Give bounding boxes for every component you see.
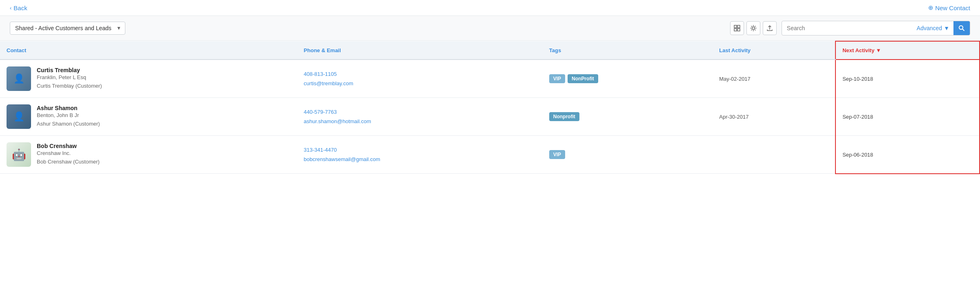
contact-name: Bob Crenshaw: [37, 143, 100, 149]
search-wrapper: Advanced ▼: [782, 21, 970, 35]
contact-cell: 👤 Curtis Tremblay Franklin, Peter L EsqC…: [0, 60, 297, 98]
back-label: Back: [13, 4, 27, 11]
column-next-activity[interactable]: Next Activity ▼: [835, 41, 980, 60]
svg-point-4: [752, 27, 755, 29]
settings-icon: [750, 25, 757, 31]
table-header: Contact Phone & Email Tags Last Activity…: [0, 41, 980, 60]
search-icon: [958, 25, 965, 31]
toolbar: Shared - Active Customers and Leads ▼: [0, 16, 980, 41]
contact-sub: Benton, John B JrAshur Shamon (Customer): [37, 111, 100, 128]
tags-container: Nonprofit: [549, 112, 706, 121]
search-input[interactable]: [782, 22, 913, 34]
table-row: 🤖 Bob Crenshaw Crenshaw Inc.Bob Crenshaw…: [0, 136, 980, 174]
last-activity-cell: [713, 136, 835, 174]
upload-button[interactable]: [763, 21, 777, 35]
new-contact-button[interactable]: ⊕ New Contact: [928, 4, 970, 11]
phone-link[interactable]: 440-579-7763: [304, 107, 536, 117]
next-activity-value: Sep-06-2018: [842, 152, 873, 158]
advanced-arrow-icon: ▼: [944, 25, 949, 31]
email-link[interactable]: bobcrenshawsemail@gmail.com: [304, 155, 536, 164]
contact-info: Bob Crenshaw Crenshaw Inc.Bob Crenshaw (…: [37, 143, 100, 166]
settings-button[interactable]: [746, 21, 760, 35]
svg-rect-3: [737, 29, 740, 31]
contacts-table: Contact Phone & Email Tags Last Activity…: [0, 41, 980, 174]
next-activity-value: Sep-10-2018: [842, 76, 873, 82]
next-activity-cell: Sep-06-2018: [835, 136, 980, 174]
contacts-table-container: Contact Phone & Email Tags Last Activity…: [0, 41, 980, 174]
view-select-wrapper: Shared - Active Customers and Leads ▼: [10, 22, 125, 35]
phone-email-info: 408-813-1105 curtis@tremblay.com: [304, 69, 536, 88]
tags-cell: Nonprofit: [543, 98, 713, 136]
contact-sub: Crenshaw Inc.Bob Crenshaw (Customer): [37, 149, 100, 166]
last-activity-value: May-02-2017: [719, 76, 751, 82]
advanced-search-button[interactable]: Advanced ▼: [913, 22, 953, 34]
svg-rect-1: [737, 25, 740, 28]
back-button[interactable]: ‹ Back: [10, 4, 27, 11]
svg-line-6: [962, 29, 964, 31]
tag-badge: Nonprofit: [549, 112, 579, 121]
table-row: 👤 Curtis Tremblay Franklin, Peter L EsqC…: [0, 60, 980, 98]
tags-cell: VIP: [543, 136, 713, 174]
toolbar-icons: [730, 21, 777, 35]
table-body: 👤 Curtis Tremblay Franklin, Peter L EsqC…: [0, 60, 980, 174]
phone-email-cell: 408-813-1105 curtis@tremblay.com: [297, 60, 543, 98]
tags-container: VIP: [549, 150, 706, 159]
upload-icon: [766, 25, 773, 31]
column-contact[interactable]: Contact: [0, 41, 297, 60]
phone-email-cell: 440-579-7763 ashur.shamon@hotmail.com: [297, 98, 543, 136]
email-link[interactable]: curtis@tremblay.com: [304, 79, 536, 88]
svg-rect-2: [734, 29, 737, 31]
new-contact-label: New Contact: [935, 4, 970, 11]
contact-cell: 👤 Ashur Shamon Benton, John B JrAshur Sh…: [0, 98, 297, 136]
last-activity-cell: May-02-2017: [713, 60, 835, 98]
phone-link[interactable]: 313-341-4470: [304, 145, 536, 155]
tag-badge: VIP: [549, 150, 565, 159]
contact-sub: Franklin, Peter L EsqCurtis Tremblay (Cu…: [37, 73, 102, 91]
top-nav: ‹ Back ⊕ New Contact: [0, 0, 980, 16]
back-chevron-icon: ‹: [10, 5, 11, 11]
next-activity-value: Sep-07-2018: [842, 114, 873, 120]
last-activity-value: Apr-30-2017: [719, 114, 748, 120]
column-phone-email[interactable]: Phone & Email: [297, 41, 543, 60]
advanced-label: Advanced: [917, 25, 942, 31]
card-view-icon: [734, 25, 740, 31]
tag-badge: VIP: [549, 74, 565, 83]
column-last-activity[interactable]: Last Activity: [713, 41, 835, 60]
contact-name: Curtis Tremblay: [37, 67, 102, 73]
contact-info: Curtis Tremblay Franklin, Peter L EsqCur…: [37, 67, 102, 91]
next-activity-cell: Sep-07-2018: [835, 98, 980, 136]
phone-link[interactable]: 408-813-1105: [304, 69, 536, 79]
search-button[interactable]: [953, 21, 970, 35]
table-row: 👤 Ashur Shamon Benton, John B JrAshur Sh…: [0, 98, 980, 136]
contact-info: Ashur Shamon Benton, John B JrAshur Sham…: [37, 105, 100, 128]
email-link[interactable]: ashur.shamon@hotmail.com: [304, 117, 536, 126]
phone-email-cell: 313-341-4470 bobcrenshawsemail@gmail.com: [297, 136, 543, 174]
avatar: 👤: [7, 104, 31, 129]
tag-badge: NonProfit: [568, 74, 598, 83]
tags-cell: VIPNonProfit: [543, 60, 713, 98]
plus-icon: ⊕: [928, 4, 933, 11]
avatar: 👤: [7, 66, 31, 91]
svg-rect-0: [734, 25, 737, 28]
sort-arrow-icon: ▼: [876, 47, 881, 53]
last-activity-cell: Apr-30-2017: [713, 98, 835, 136]
contact-name: Ashur Shamon: [37, 105, 100, 111]
column-tags[interactable]: Tags: [543, 41, 713, 60]
card-view-button[interactable]: [730, 21, 744, 35]
avatar: 🤖: [7, 142, 31, 167]
next-activity-cell: Sep-10-2018: [835, 60, 980, 98]
contact-cell: 🤖 Bob Crenshaw Crenshaw Inc.Bob Crenshaw…: [0, 136, 297, 174]
phone-email-info: 313-341-4470 bobcrenshawsemail@gmail.com: [304, 145, 536, 164]
phone-email-info: 440-579-7763 ashur.shamon@hotmail.com: [304, 107, 536, 126]
tags-container: VIPNonProfit: [549, 74, 706, 83]
view-select[interactable]: Shared - Active Customers and Leads: [10, 22, 125, 35]
